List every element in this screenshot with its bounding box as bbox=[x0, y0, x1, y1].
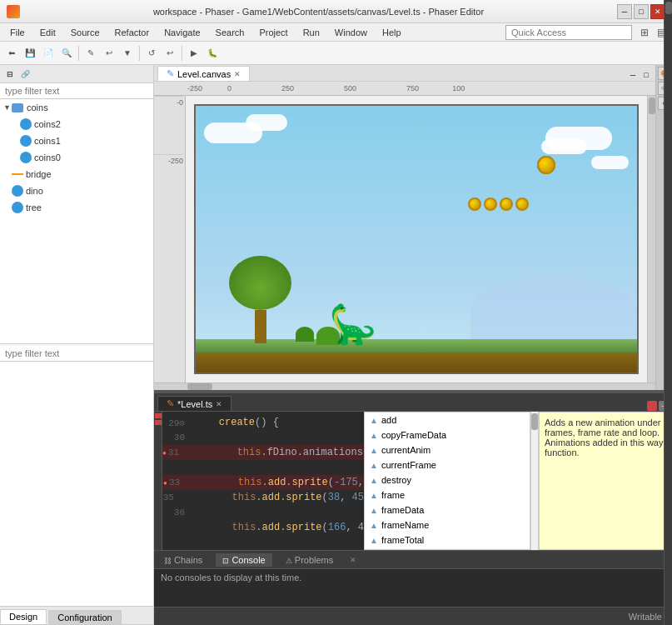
toolbar-back[interactable]: ⬅ bbox=[3, 45, 20, 62]
folder-icon bbox=[12, 103, 23, 112]
menu-source[interactable]: Source bbox=[64, 26, 107, 39]
canvas-tab-close[interactable]: ✕ bbox=[234, 70, 241, 78]
code-line-31: ●31 this.fDino.animations. bbox=[162, 445, 364, 460]
tab-problems[interactable]: ⚠ Problems bbox=[279, 553, 341, 567]
canvas-scroll-thumb-v bbox=[649, 98, 655, 114]
toolbar-btn3[interactable]: ✎ bbox=[82, 45, 99, 62]
code-scrollbar-v[interactable] bbox=[664, 412, 672, 550]
line-content-33: this.add.sprite(-175, bbox=[187, 477, 364, 488]
line-num-33: ●33 bbox=[162, 478, 187, 488]
ac-frameData[interactable]: ▲ frameData bbox=[365, 502, 530, 518]
chains-tab-label: Chains bbox=[174, 555, 202, 565]
toolbar-sep2 bbox=[139, 46, 140, 61]
small-coin-2 bbox=[484, 198, 497, 211]
perspective-button[interactable]: ⊞ bbox=[637, 25, 652, 40]
ac-icon-frameName: ▲ bbox=[370, 521, 378, 530]
ac-icon-frameTotal: ▲ bbox=[370, 536, 378, 545]
ruler-v-250: -250 bbox=[154, 154, 183, 188]
tree-item-bridge[interactable]: bridge bbox=[0, 166, 153, 182]
sidebar-tabs: Design Configuration bbox=[0, 607, 153, 625]
toolbar-btn1[interactable]: 📄 bbox=[40, 45, 57, 62]
dash-icon-bridge bbox=[12, 173, 23, 175]
code-tab-close[interactable]: ✕ bbox=[216, 400, 222, 408]
ruler-mark--250: -250 bbox=[187, 84, 202, 92]
menu-project[interactable]: Project bbox=[252, 26, 294, 39]
menu-window[interactable]: Window bbox=[328, 26, 374, 39]
tree-item-dino[interactable]: dino bbox=[0, 182, 153, 199]
link-editor-button[interactable]: 🔗 bbox=[18, 68, 32, 81]
tree-panel: ▼ coins coins2 coins1 coins0 bbox=[0, 99, 153, 344]
maximize-button[interactable]: □ bbox=[634, 4, 649, 19]
toolbar-dropdown[interactable]: ▼ bbox=[119, 45, 136, 62]
ac-label-copyFrameData: copyFrameData bbox=[381, 430, 446, 440]
line-num-30: 30 bbox=[162, 432, 192, 442]
ac-currentAnim[interactable]: ▲ currentAnim bbox=[365, 442, 530, 458]
tree-item-coins1[interactable]: coins1 bbox=[0, 132, 153, 149]
toolbar-debug[interactable]: 🐛 bbox=[204, 45, 221, 62]
maximize-panel[interactable]: □ bbox=[640, 69, 652, 81]
menu-help[interactable]: Help bbox=[376, 26, 408, 39]
ac-add[interactable]: ▲ add bbox=[365, 412, 530, 428]
quick-access-input[interactable] bbox=[505, 25, 632, 40]
code-line-30: 30 bbox=[162, 430, 364, 445]
minimize-panel[interactable]: ─ bbox=[627, 69, 639, 81]
tree-item-coins[interactable]: ▼ coins bbox=[0, 99, 153, 116]
tab-console[interactable]: ⊡ Console bbox=[216, 553, 271, 567]
console-area: ⛓ Chains ⊡ Console ⚠ Problems ✕ No conso… bbox=[154, 550, 672, 625]
tab-chains[interactable]: ⛓ Chains bbox=[157, 553, 209, 567]
code-editor[interactable]: 29⊙ create() { 30 ●31 this.fDino.animati… bbox=[162, 412, 364, 550]
code-tab-level[interactable]: ✎ *Level.ts ✕ bbox=[157, 396, 231, 411]
tree-label-coins0: coins0 bbox=[34, 152, 61, 162]
ac-frame[interactable]: ▲ frame bbox=[365, 488, 530, 502]
minimize-button[interactable]: ─ bbox=[617, 4, 632, 19]
tree-label-dino: dino bbox=[26, 186, 43, 196]
ac-currentFrame[interactable]: ▲ currentFrame bbox=[365, 458, 530, 472]
ac-label-frameName: frameName bbox=[381, 520, 429, 530]
tree-item-coins2[interactable]: coins2 bbox=[0, 116, 153, 132]
toolbar-save[interactable]: 💾 bbox=[22, 45, 38, 62]
menu-run[interactable]: Run bbox=[296, 26, 326, 39]
ac-scrollbar[interactable] bbox=[530, 412, 539, 550]
cloud-4 bbox=[541, 139, 587, 154]
main-container: ⊟ 🔗 ▼ coins coins2 coins1 bbox=[0, 65, 672, 625]
tree-item-tree[interactable]: tree bbox=[0, 199, 153, 216]
menu-edit[interactable]: Edit bbox=[33, 26, 62, 39]
bottom-panel bbox=[0, 362, 153, 607]
menu-search[interactable]: Search bbox=[209, 26, 251, 39]
menu-refactor[interactable]: Refactor bbox=[108, 26, 157, 39]
ruler-v-0: -0 bbox=[154, 96, 183, 129]
game-tree bbox=[229, 256, 291, 343]
toolbar-btn2[interactable]: 🔍 bbox=[58, 45, 75, 62]
console-message: No consoles to display at this time. bbox=[161, 572, 301, 582]
toolbar-run[interactable]: ▶ bbox=[186, 45, 202, 62]
code-editor-container: 29⊙ create() { 30 ●31 this.fDino.animati… bbox=[154, 412, 672, 550]
ac-frameName[interactable]: ▲ frameName bbox=[365, 518, 530, 532]
menu-file[interactable]: File bbox=[3, 26, 32, 39]
toolbar-btn4[interactable]: ↩ bbox=[101, 45, 117, 62]
ac-frameTotal[interactable]: ▲ frameTotal bbox=[365, 532, 530, 548]
tree-item-coins0[interactable]: coins0 bbox=[0, 149, 153, 166]
collapse-all-button[interactable]: ⊟ bbox=[3, 68, 17, 81]
canvas-scrollbar-h[interactable] bbox=[154, 382, 655, 390]
tab-design[interactable]: Design bbox=[0, 609, 47, 624]
canvas-area: -0 -250 bbox=[154, 96, 655, 382]
canvas-scroll-thumb-h bbox=[187, 383, 212, 390]
line-content-37: this.add.sprite(166, 4 bbox=[181, 522, 364, 533]
canvas-tab[interactable]: ✎ Level.canvas ✕ bbox=[157, 66, 250, 81]
toolbar-btn6[interactable]: ↩ bbox=[162, 45, 178, 62]
blue-icon-coins0 bbox=[20, 152, 32, 163]
tab-configuration[interactable]: Configuration bbox=[48, 610, 121, 624]
game-canvas[interactable]: 🦕 bbox=[194, 104, 639, 374]
toolbar-btn5[interactable]: ↺ bbox=[143, 45, 160, 62]
error-marker-1 bbox=[155, 413, 162, 418]
code-line-36: 36 bbox=[162, 505, 364, 520]
filter-input-bottom[interactable] bbox=[0, 346, 153, 362]
blue-icon-dino bbox=[12, 185, 23, 197]
ac-destroy[interactable]: ▲ destroy bbox=[365, 472, 530, 488]
ac-game[interactable]: ▲ game bbox=[365, 548, 530, 550]
canvas-scrollbar-v[interactable] bbox=[647, 96, 655, 382]
filter-input-top[interactable] bbox=[0, 83, 153, 99]
menu-navigate[interactable]: Navigate bbox=[157, 26, 207, 39]
ac-copyFrameData[interactable]: ▲ copyFrameData bbox=[365, 428, 530, 442]
console-tabs: ⛓ Chains ⊡ Console ⚠ Problems ✕ bbox=[154, 551, 672, 569]
